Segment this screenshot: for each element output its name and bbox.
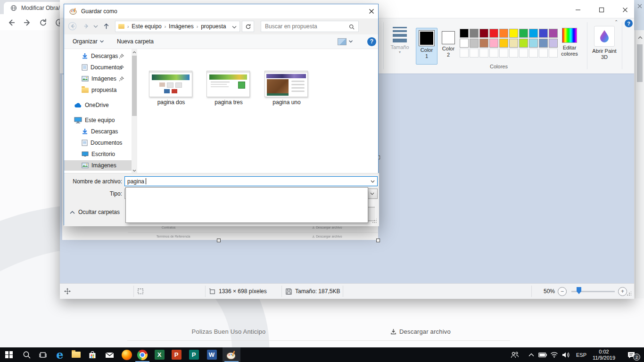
selection-handle[interactable] bbox=[376, 239, 380, 242]
palette-empty-slot[interactable] bbox=[470, 49, 479, 58]
language-indicator[interactable]: ESP bbox=[573, 347, 589, 362]
clock[interactable]: 0:02 11/9/2019 bbox=[589, 347, 619, 362]
sidebar-item-propuesta[interactable]: propuesta bbox=[64, 85, 132, 95]
search-input[interactable]: Buscar en propuesta bbox=[261, 21, 359, 32]
download-link[interactable]: Descargar archivo bbox=[390, 328, 451, 335]
file-pagina-uno[interactable]: pagina uno bbox=[264, 71, 309, 106]
people-icon[interactable] bbox=[507, 347, 522, 362]
browser-back-icon[interactable] bbox=[7, 18, 16, 27]
palette-empty-slot[interactable] bbox=[509, 49, 518, 58]
notification-center-button[interactable]: 2 bbox=[621, 347, 641, 362]
task-view-button[interactable] bbox=[34, 347, 52, 362]
recent-locations-icon[interactable] bbox=[93, 25, 98, 28]
dialog-resize-grip[interactable] bbox=[372, 219, 377, 223]
palette-color[interactable] bbox=[529, 39, 538, 48]
maximize-icon[interactable] bbox=[597, 6, 606, 14]
taskbar-mail-button[interactable] bbox=[100, 347, 118, 362]
sidebar-item-onedrive[interactable]: OneDrive bbox=[64, 100, 132, 110]
palette-empty-slot[interactable] bbox=[499, 49, 508, 58]
organize-button[interactable]: Organizar bbox=[73, 34, 104, 49]
size-button[interactable]: Tamaño ▾ bbox=[389, 27, 411, 54]
filename-dropdown-icon[interactable] bbox=[368, 177, 377, 185]
paint-help-icon[interactable]: ? bbox=[625, 19, 633, 27]
taskbar-powerpoint-button[interactable]: P bbox=[167, 347, 185, 362]
forward-icon[interactable] bbox=[82, 22, 91, 31]
battery-icon[interactable] bbox=[537, 347, 549, 362]
sidebar-item-this-pc[interactable]: Este equipo bbox=[64, 115, 132, 125]
palette-color[interactable] bbox=[470, 39, 479, 48]
breadcrumb[interactable]: › Este equipo › Imágenes › propuesta bbox=[115, 21, 240, 32]
taskbar-word-button[interactable]: W bbox=[203, 347, 221, 362]
filename-autocomplete-dropdown[interactable] bbox=[125, 187, 368, 223]
sidebar-item-pictures-pinned[interactable]: Imágenes bbox=[64, 74, 132, 84]
taskbar-publisher-button[interactable]: P bbox=[185, 347, 203, 362]
palette-color[interactable] bbox=[470, 29, 479, 38]
palette-color[interactable] bbox=[479, 29, 488, 38]
palette-color[interactable] bbox=[489, 29, 498, 38]
open-paint3d-button[interactable]: Abrir Paint 3D bbox=[591, 26, 618, 60]
taskbar-excel-button[interactable]: X bbox=[150, 347, 168, 362]
breadcrumb-dropdown-icon[interactable] bbox=[232, 25, 237, 29]
palette-color[interactable] bbox=[460, 29, 469, 38]
palette-color[interactable] bbox=[489, 39, 498, 48]
tray-expand-icon[interactable] bbox=[525, 347, 537, 362]
palette-color[interactable] bbox=[479, 39, 488, 48]
palette-color[interactable] bbox=[499, 29, 508, 38]
up-icon[interactable] bbox=[102, 22, 111, 31]
dialog-help-button[interactable]: ? bbox=[367, 34, 376, 49]
palette-color[interactable] bbox=[519, 39, 528, 48]
paint-resize-grip[interactable] bbox=[627, 291, 631, 296]
palette-color[interactable] bbox=[549, 29, 558, 38]
view-mode-button[interactable] bbox=[338, 34, 353, 49]
taskbar-search-button[interactable] bbox=[18, 347, 36, 362]
scroll-up-icon[interactable] bbox=[132, 51, 136, 54]
browser-forward-icon[interactable] bbox=[23, 18, 32, 27]
file-pagina-dos[interactable]: pagina dos bbox=[149, 71, 193, 106]
palette-empty-slot[interactable] bbox=[489, 49, 498, 58]
palette-color[interactable] bbox=[460, 39, 469, 48]
new-folder-button[interactable]: Nueva carpeta bbox=[117, 34, 154, 49]
close-icon[interactable] bbox=[621, 6, 629, 14]
palette-color[interactable] bbox=[549, 39, 558, 48]
file-pagina-tres[interactable]: pagina tres bbox=[206, 71, 251, 106]
volume-icon[interactable] bbox=[559, 347, 572, 362]
taskbar-chrome-button[interactable] bbox=[133, 347, 151, 362]
hide-folders-button[interactable]: Ocultar carpetas bbox=[70, 209, 120, 215]
sidebar-item-downloads-pinned[interactable]: Descargas bbox=[64, 51, 132, 61]
sidebar-scrollbar[interactable] bbox=[132, 49, 137, 173]
zoom-slider-thumb[interactable] bbox=[577, 287, 581, 294]
taskbar-store-button[interactable] bbox=[83, 347, 101, 362]
sidebar-item-pictures-selected[interactable]: Imágenes bbox=[64, 160, 132, 171]
palette-color[interactable] bbox=[539, 29, 548, 38]
palette-empty-slot[interactable] bbox=[479, 49, 488, 58]
palette-empty-slot[interactable] bbox=[549, 49, 558, 58]
sidebar-item-desktop[interactable]: Escritorio bbox=[64, 149, 132, 159]
palette-color[interactable] bbox=[539, 39, 548, 48]
edit-colors-button[interactable]: Editar colores bbox=[557, 28, 582, 57]
palette-empty-slot[interactable] bbox=[460, 49, 469, 58]
palette-color[interactable] bbox=[509, 39, 518, 48]
sidebar-scrollbar-thumb[interactable] bbox=[132, 56, 137, 116]
back-icon[interactable] bbox=[68, 22, 77, 31]
browser-reload-icon[interactable] bbox=[39, 18, 48, 27]
scroll-down-icon[interactable] bbox=[132, 169, 136, 172]
palette-empty-slot[interactable] bbox=[529, 49, 538, 58]
filetype-dropdown-icon[interactable] bbox=[367, 189, 377, 198]
breadcrumb-this-pc[interactable]: Este equipo bbox=[132, 23, 161, 30]
zoom-in-button[interactable]: + bbox=[618, 284, 627, 299]
palette-empty-slot[interactable] bbox=[519, 49, 528, 58]
breadcrumb-pictures[interactable]: Imágenes bbox=[169, 23, 194, 30]
zoom-out-button[interactable]: − bbox=[558, 284, 567, 299]
palette-color[interactable] bbox=[499, 39, 508, 48]
color1-button[interactable]: Color 1 bbox=[416, 28, 438, 65]
color2-button[interactable]: Color 2 bbox=[438, 28, 458, 64]
sidebar-item-documents-pinned[interactable]: Documentos bbox=[64, 62, 132, 73]
palette-empty-slot[interactable] bbox=[539, 49, 548, 58]
minimize-icon[interactable] bbox=[574, 6, 582, 14]
sidebar-item-downloads[interactable]: Descargas bbox=[64, 126, 132, 137]
selection-handle[interactable] bbox=[217, 239, 221, 242]
palette-color[interactable] bbox=[509, 29, 518, 38]
sidebar-item-documents[interactable]: Documentos bbox=[64, 138, 132, 148]
browser-scrollbar-thumb[interactable] bbox=[637, 44, 643, 82]
taskbar-paint-button[interactable] bbox=[223, 347, 240, 362]
